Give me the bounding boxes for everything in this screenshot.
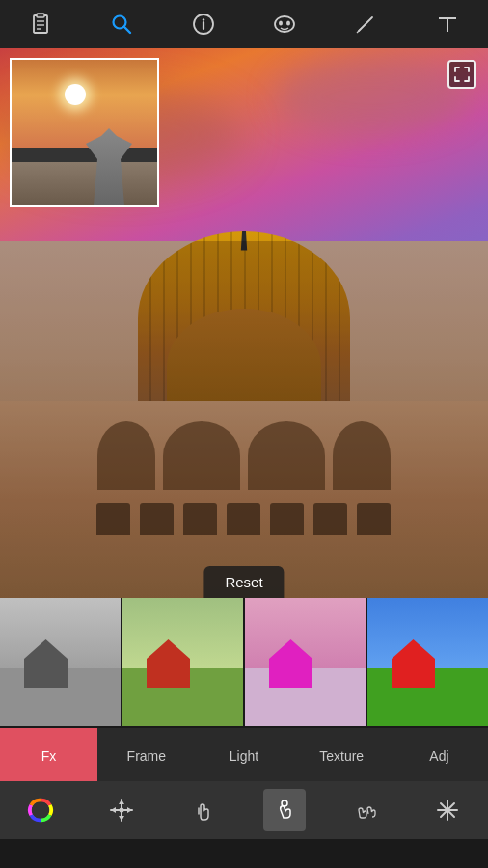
filter-green[interactable] bbox=[122, 598, 243, 726]
svg-marker-20 bbox=[119, 800, 124, 804]
move-icon[interactable] bbox=[100, 789, 143, 831]
svg-marker-22 bbox=[111, 807, 116, 813]
thumbnail-preview[interactable] bbox=[10, 58, 159, 207]
svg-point-11 bbox=[279, 21, 283, 26]
touch-icon[interactable] bbox=[263, 789, 306, 831]
filter-vivid[interactable] bbox=[367, 598, 488, 726]
expand-icon[interactable] bbox=[447, 60, 476, 89]
pencil-icon[interactable] bbox=[348, 7, 383, 41]
tint-overlay bbox=[0, 241, 488, 599]
color-wheel-icon[interactable] bbox=[19, 789, 62, 831]
clipboard-icon[interactable] bbox=[23, 7, 58, 41]
filter-strip bbox=[0, 598, 488, 728]
text-icon[interactable] bbox=[430, 7, 465, 41]
svg-marker-21 bbox=[119, 816, 124, 821]
canvas-area: Reset bbox=[0, 48, 488, 598]
tab-frame[interactable]: Frame bbox=[97, 728, 195, 781]
bottom-toolbar bbox=[0, 781, 488, 839]
svg-line-14 bbox=[357, 29, 361, 33]
bottom-tabs: Fx Frame Light Texture Adj bbox=[0, 728, 488, 781]
svg-point-12 bbox=[286, 21, 290, 26]
top-toolbar bbox=[0, 0, 488, 48]
reset-button[interactable]: Reset bbox=[203, 566, 284, 598]
filter-pink[interactable] bbox=[245, 598, 366, 726]
filter-bw[interactable] bbox=[0, 598, 121, 726]
star-icon[interactable] bbox=[426, 789, 469, 831]
building bbox=[0, 241, 488, 599]
svg-point-24 bbox=[120, 808, 124, 813]
svg-rect-1 bbox=[37, 14, 44, 17]
info-icon[interactable] bbox=[186, 7, 221, 41]
svg-line-13 bbox=[359, 17, 372, 31]
tab-light[interactable]: Light bbox=[195, 728, 292, 781]
svg-marker-23 bbox=[127, 807, 132, 813]
mask-icon[interactable] bbox=[267, 7, 302, 41]
svg-point-9 bbox=[203, 18, 204, 20]
svg-point-26 bbox=[282, 800, 287, 806]
tab-fx[interactable]: Fx bbox=[0, 728, 97, 781]
hand-icon[interactable] bbox=[182, 789, 225, 831]
svg-line-6 bbox=[124, 27, 130, 33]
building-facade bbox=[0, 241, 488, 599]
search-icon[interactable] bbox=[104, 7, 139, 41]
multi-touch-icon[interactable] bbox=[344, 789, 387, 831]
tab-texture[interactable]: Texture bbox=[293, 728, 391, 781]
tab-adj[interactable]: Adj bbox=[391, 728, 488, 781]
